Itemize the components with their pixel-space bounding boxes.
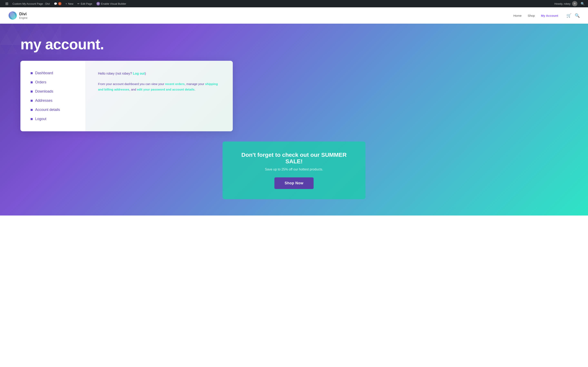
hello-suffix: ): [145, 72, 146, 75]
shop-now-button[interactable]: Shop Now: [274, 177, 314, 189]
nav-bullet: [31, 109, 33, 111]
nav-my-account[interactable]: My Account: [541, 14, 558, 17]
nav-bullet: [31, 118, 33, 120]
nav-logout-link[interactable]: Logout: [35, 117, 46, 121]
nav-item-downloads[interactable]: Downloads: [31, 89, 75, 94]
nav-item-dashboard[interactable]: Dashboard: [31, 71, 75, 75]
comments-icon: 💬: [54, 2, 57, 5]
nav-bullet: [31, 81, 33, 83]
sale-banner: Don't forget to check out our SUMMER SAL…: [223, 142, 365, 199]
new-label: New: [68, 2, 73, 5]
password-account-link[interactable]: edit your password and account details: [137, 88, 195, 91]
cart-button[interactable]: 🛒: [566, 13, 571, 18]
site-header: Divi Engine Home Shop My Account 🛒 🔍: [0, 7, 588, 24]
logo[interactable]: Divi Engine: [8, 11, 27, 20]
desc-prefix: From your account dashboard you can view…: [98, 82, 165, 86]
main-nav: Home Shop My Account 🛒 🔍: [513, 13, 580, 18]
account-main: Hello robey (not robey? Log out) From yo…: [86, 61, 233, 131]
nav-shop[interactable]: Shop: [528, 14, 535, 17]
main-content: my account. Dashboard Orders: [0, 24, 588, 216]
nav-dashboard-link[interactable]: Dashboard: [35, 71, 53, 75]
howdy-text: Howdy, robey: [554, 2, 571, 5]
logo-divi: Divi: [19, 11, 27, 16]
desc-suffix: .: [195, 88, 195, 91]
divi-label: Enable Visual Builder: [101, 2, 126, 5]
hero-content: my account. Dashboard Orders: [20, 36, 568, 199]
nav-downloads-link[interactable]: Downloads: [35, 89, 53, 94]
hero-title: my account.: [20, 36, 568, 53]
sale-title: Don't forget to check out our SUMMER SAL…: [235, 152, 353, 165]
edit-page-item[interactable]: ✏ Edit Page: [75, 0, 94, 7]
recent-orders-link[interactable]: recent orders: [165, 82, 185, 86]
admin-bar: ⊞ Custom My Account Page - Divi 💬 0 + Ne…: [0, 0, 588, 7]
comment-count: 0: [58, 2, 61, 5]
comments-item[interactable]: 💬 0: [52, 0, 63, 7]
account-hello: Hello robey (not robey? Log out): [98, 71, 221, 76]
hero-section: my account. Dashboard Orders: [0, 24, 588, 216]
nav-account-details-link[interactable]: Account details: [35, 108, 60, 112]
logo-icon: [8, 11, 17, 20]
edit-page-label: Edit Page: [81, 2, 92, 5]
nav-bullet: [31, 72, 33, 74]
nav-item-addresses[interactable]: Addresses: [31, 99, 75, 103]
new-plus-icon: +: [66, 2, 67, 5]
account-nav: Dashboard Orders Downloads Addresse: [31, 71, 75, 121]
nav-home[interactable]: Home: [513, 14, 521, 17]
hello-prefix: Hello robey (not robey?: [98, 72, 133, 75]
divi-icon: D: [96, 2, 100, 6]
wp-logo-icon: ⊞: [5, 1, 8, 6]
wp-logo-item[interactable]: ⊞: [3, 0, 10, 7]
account-sidebar: Dashboard Orders Downloads Addresse: [20, 61, 86, 131]
edit-icon: ✏: [77, 2, 80, 5]
account-description: From your account dashboard you can view…: [98, 81, 221, 92]
account-card: Dashboard Orders Downloads Addresse: [20, 61, 233, 131]
nav-item-orders[interactable]: Orders: [31, 80, 75, 84]
avatar: R: [572, 1, 577, 6]
search-icon[interactable]: 🔍: [581, 2, 585, 6]
sale-subtitle: Save up to 25% off our hottest products.: [235, 167, 353, 171]
logout-link[interactable]: Log out: [133, 72, 145, 75]
nav-orders-link[interactable]: Orders: [35, 80, 46, 84]
site-name-item[interactable]: Custom My Account Page - Divi: [10, 0, 52, 7]
site-name-label: Custom My Account Page - Divi: [12, 2, 50, 5]
new-item[interactable]: + New: [63, 0, 76, 7]
nav-addresses-link[interactable]: Addresses: [35, 99, 52, 103]
desc-mid2: , and: [129, 88, 137, 91]
nav-item-logout[interactable]: Logout: [31, 117, 75, 121]
desc-mid1: , manage your: [185, 82, 205, 86]
nav-bullet: [31, 100, 33, 102]
nav-item-account-details[interactable]: Account details: [31, 108, 75, 112]
search-button[interactable]: 🔍: [575, 13, 580, 18]
nav-bullet: [31, 91, 33, 92]
divi-item[interactable]: D Enable Visual Builder: [94, 0, 128, 7]
logo-engine: Engine: [19, 16, 27, 20]
